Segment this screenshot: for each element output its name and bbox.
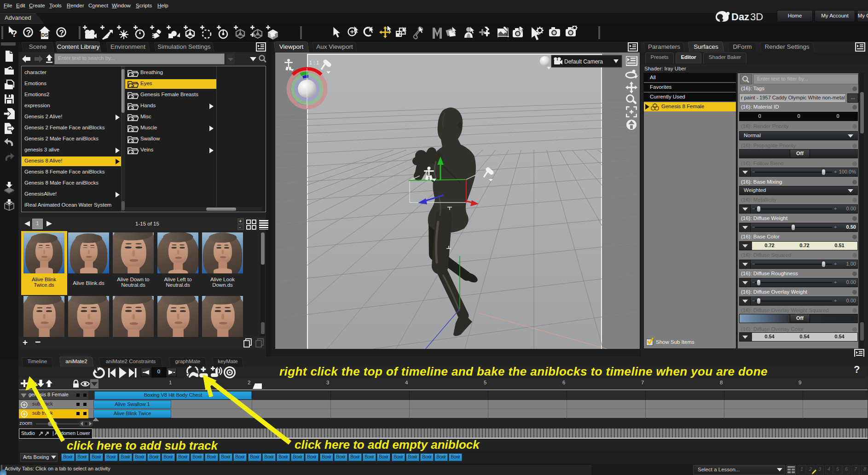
svg-text:S: S [131,138,134,143]
svg-text:S: S [131,127,134,132]
svg-text:S: S [131,116,134,121]
svg-text:?: ? [12,29,17,39]
svg-text:-: - [239,224,241,230]
svg-text:?: ? [26,29,31,37]
svg-text:3D: 3D [750,11,763,23]
svg-text:1 : 1: 1 : 1 [309,60,319,65]
svg-text:S: S [131,83,134,88]
svg-text:S: S [131,94,134,99]
svg-text:Default Camera: Default Camera [564,58,603,65]
svg-text:S: S [131,105,134,110]
svg-text:+: + [239,218,242,224]
svg-text:S: S [131,72,134,77]
svg-text:?: ? [59,29,64,37]
svg-text:Daz: Daz [731,11,749,23]
svg-text:S: S [131,149,134,154]
svg-text:DS: DS [41,32,48,38]
